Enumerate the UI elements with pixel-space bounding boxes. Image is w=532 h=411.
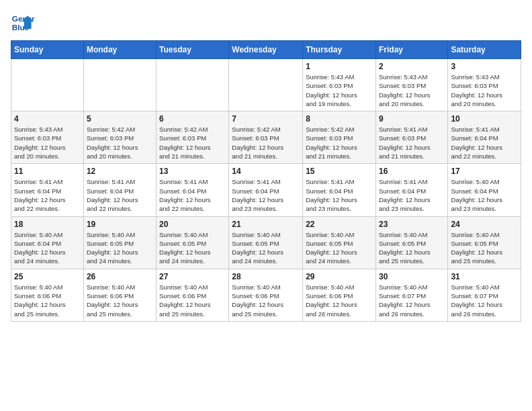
calendar-cell: 16Sunrise: 5:41 AM Sunset: 6:04 PM Dayli… — [375, 164, 447, 216]
day-detail: Sunrise: 5:41 AM Sunset: 6:03 PM Dayligh… — [379, 125, 445, 161]
day-detail: Sunrise: 5:40 AM Sunset: 6:05 PM Dayligh… — [451, 230, 518, 266]
day-detail: Sunrise: 5:40 AM Sunset: 6:05 PM Dayligh… — [379, 230, 445, 266]
day-number: 27 — [159, 272, 226, 281]
calendar-cell: 12Sunrise: 5:41 AM Sunset: 6:04 PM Dayli… — [83, 164, 156, 216]
logo-icon: General Blue — [11, 11, 35, 35]
day-number: 11 — [14, 167, 81, 176]
weekday-header-thursday: Thursday — [303, 41, 376, 59]
day-number: 25 — [14, 272, 81, 281]
weekday-header-sunday: Sunday — [11, 41, 84, 59]
svg-text:General: General — [12, 14, 35, 23]
day-detail: Sunrise: 5:41 AM Sunset: 6:04 PM Dayligh… — [306, 177, 373, 213]
weekday-header-saturday: Saturday — [448, 41, 521, 59]
day-number: 28 — [232, 272, 300, 281]
weekday-header-monday: Monday — [83, 41, 156, 59]
day-number: 20 — [159, 220, 226, 229]
calendar-cell: 21Sunrise: 5:40 AM Sunset: 6:05 PM Dayli… — [229, 216, 303, 269]
day-number: 31 — [451, 272, 518, 281]
day-detail: Sunrise: 5:42 AM Sunset: 6:03 PM Dayligh… — [159, 125, 226, 161]
day-number: 18 — [14, 220, 81, 229]
day-number: 14 — [232, 167, 300, 176]
calendar-cell: 14Sunrise: 5:41 AM Sunset: 6:04 PM Dayli… — [229, 164, 303, 216]
calendar-cell — [229, 59, 303, 111]
calendar-cell: 18Sunrise: 5:40 AM Sunset: 6:04 PM Dayli… — [11, 216, 84, 269]
day-number: 22 — [306, 220, 373, 229]
calendar-cell: 8Sunrise: 5:42 AM Sunset: 6:03 PM Daylig… — [303, 111, 376, 164]
weekday-header-wednesday: Wednesday — [229, 41, 303, 59]
day-detail: Sunrise: 5:40 AM Sunset: 6:05 PM Dayligh… — [87, 230, 153, 266]
day-number: 24 — [451, 220, 518, 229]
logo: General Blue — [11, 11, 35, 35]
day-detail: Sunrise: 5:41 AM Sunset: 6:04 PM Dayligh… — [232, 177, 300, 213]
calendar-cell — [157, 59, 229, 111]
calendar-cell: 10Sunrise: 5:41 AM Sunset: 6:04 PM Dayli… — [448, 111, 521, 164]
day-detail: Sunrise: 5:40 AM Sunset: 6:06 PM Dayligh… — [159, 283, 226, 318]
day-number: 26 — [87, 272, 153, 281]
calendar-cell: 24Sunrise: 5:40 AM Sunset: 6:05 PM Dayli… — [448, 216, 521, 269]
day-number: 15 — [306, 167, 373, 176]
day-number: 19 — [87, 220, 153, 229]
day-number: 8 — [306, 114, 373, 124]
calendar-table: SundayMondayTuesdayWednesdayThursdayFrid… — [11, 40, 521, 322]
calendar-cell: 5Sunrise: 5:42 AM Sunset: 6:03 PM Daylig… — [83, 111, 156, 164]
day-number: 9 — [379, 114, 445, 124]
day-detail: Sunrise: 5:40 AM Sunset: 6:07 PM Dayligh… — [379, 283, 445, 318]
day-number: 3 — [451, 62, 518, 71]
day-number: 7 — [232, 114, 300, 124]
calendar-cell: 3Sunrise: 5:43 AM Sunset: 6:03 PM Daylig… — [448, 59, 521, 111]
calendar-cell: 27Sunrise: 5:40 AM Sunset: 6:06 PM Dayli… — [157, 269, 229, 321]
weekday-header-tuesday: Tuesday — [157, 41, 229, 59]
calendar-cell: 29Sunrise: 5:40 AM Sunset: 6:06 PM Dayli… — [303, 269, 376, 321]
day-number: 30 — [379, 272, 445, 281]
day-detail: Sunrise: 5:40 AM Sunset: 6:07 PM Dayligh… — [451, 283, 518, 318]
weekday-header-friday: Friday — [375, 41, 447, 59]
day-number: 13 — [159, 167, 226, 176]
day-number: 1 — [306, 62, 373, 71]
day-detail: Sunrise: 5:41 AM Sunset: 6:04 PM Dayligh… — [379, 177, 445, 213]
calendar-cell: 11Sunrise: 5:41 AM Sunset: 6:04 PM Dayli… — [11, 164, 84, 216]
day-detail: Sunrise: 5:42 AM Sunset: 6:03 PM Dayligh… — [306, 125, 373, 161]
calendar-cell: 19Sunrise: 5:40 AM Sunset: 6:05 PM Dayli… — [83, 216, 156, 269]
calendar-cell: 23Sunrise: 5:40 AM Sunset: 6:05 PM Dayli… — [375, 216, 447, 269]
calendar-cell — [11, 59, 84, 111]
calendar-cell: 13Sunrise: 5:41 AM Sunset: 6:04 PM Dayli… — [157, 164, 229, 216]
day-number: 4 — [14, 114, 81, 124]
calendar-cell: 30Sunrise: 5:40 AM Sunset: 6:07 PM Dayli… — [375, 269, 447, 321]
day-number: 6 — [159, 114, 226, 124]
day-detail: Sunrise: 5:40 AM Sunset: 6:06 PM Dayligh… — [14, 283, 81, 318]
calendar-cell: 26Sunrise: 5:40 AM Sunset: 6:06 PM Dayli… — [83, 269, 156, 321]
calendar-cell: 2Sunrise: 5:43 AM Sunset: 6:03 PM Daylig… — [375, 59, 447, 111]
day-number: 16 — [379, 167, 445, 176]
day-number: 5 — [87, 114, 153, 124]
calendar-cell: 6Sunrise: 5:42 AM Sunset: 6:03 PM Daylig… — [157, 111, 229, 164]
day-detail: Sunrise: 5:42 AM Sunset: 6:03 PM Dayligh… — [87, 125, 153, 161]
calendar-cell: 22Sunrise: 5:40 AM Sunset: 6:05 PM Dayli… — [303, 216, 376, 269]
calendar-cell: 4Sunrise: 5:43 AM Sunset: 6:03 PM Daylig… — [11, 111, 84, 164]
day-detail: Sunrise: 5:43 AM Sunset: 6:03 PM Dayligh… — [379, 73, 445, 108]
day-number: 2 — [379, 62, 445, 71]
day-detail: Sunrise: 5:40 AM Sunset: 6:05 PM Dayligh… — [306, 230, 373, 266]
day-detail: Sunrise: 5:41 AM Sunset: 6:04 PM Dayligh… — [159, 177, 226, 213]
calendar-cell: 9Sunrise: 5:41 AM Sunset: 6:03 PM Daylig… — [375, 111, 447, 164]
day-detail: Sunrise: 5:40 AM Sunset: 6:06 PM Dayligh… — [87, 283, 153, 318]
calendar-cell: 1Sunrise: 5:43 AM Sunset: 6:03 PM Daylig… — [303, 59, 376, 111]
day-detail: Sunrise: 5:43 AM Sunset: 6:03 PM Dayligh… — [306, 73, 373, 108]
day-detail: Sunrise: 5:43 AM Sunset: 6:03 PM Dayligh… — [451, 73, 518, 108]
day-number: 17 — [451, 167, 518, 176]
day-detail: Sunrise: 5:40 AM Sunset: 6:05 PM Dayligh… — [159, 230, 226, 266]
calendar-cell: 31Sunrise: 5:40 AM Sunset: 6:07 PM Dayli… — [448, 269, 521, 321]
day-number: 10 — [451, 114, 518, 124]
calendar-cell: 7Sunrise: 5:42 AM Sunset: 6:03 PM Daylig… — [229, 111, 303, 164]
day-detail: Sunrise: 5:41 AM Sunset: 6:04 PM Dayligh… — [451, 125, 518, 161]
day-detail: Sunrise: 5:40 AM Sunset: 6:04 PM Dayligh… — [451, 177, 518, 213]
calendar-cell — [83, 59, 156, 111]
day-detail: Sunrise: 5:43 AM Sunset: 6:03 PM Dayligh… — [14, 125, 81, 161]
page-header: General Blue — [11, 11, 521, 35]
day-detail: Sunrise: 5:40 AM Sunset: 6:06 PM Dayligh… — [232, 283, 300, 318]
day-detail: Sunrise: 5:41 AM Sunset: 6:04 PM Dayligh… — [87, 177, 153, 213]
calendar-cell: 15Sunrise: 5:41 AM Sunset: 6:04 PM Dayli… — [303, 164, 376, 216]
day-number: 29 — [306, 272, 373, 281]
calendar-cell: 17Sunrise: 5:40 AM Sunset: 6:04 PM Dayli… — [448, 164, 521, 216]
day-detail: Sunrise: 5:40 AM Sunset: 6:06 PM Dayligh… — [306, 283, 373, 318]
day-detail: Sunrise: 5:42 AM Sunset: 6:03 PM Dayligh… — [232, 125, 300, 161]
